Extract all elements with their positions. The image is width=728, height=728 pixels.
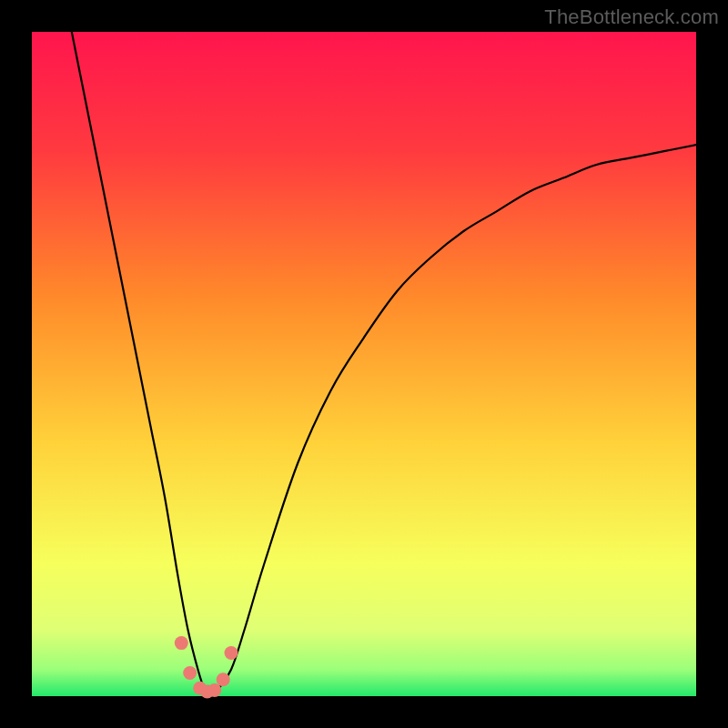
curve-markers — [175, 636, 238, 698]
curve-marker — [183, 666, 197, 680]
watermark-text: TheBottleneck.com — [544, 5, 719, 29]
plot-area — [32, 32, 696, 696]
curve-marker — [175, 636, 188, 650]
chart-svg — [32, 32, 696, 696]
curve-marker — [217, 672, 230, 686]
bottleneck-curve — [72, 32, 696, 696]
image-frame: TheBottleneck.com — [0, 0, 728, 728]
curve-marker — [207, 683, 221, 697]
curve-marker — [225, 646, 238, 660]
